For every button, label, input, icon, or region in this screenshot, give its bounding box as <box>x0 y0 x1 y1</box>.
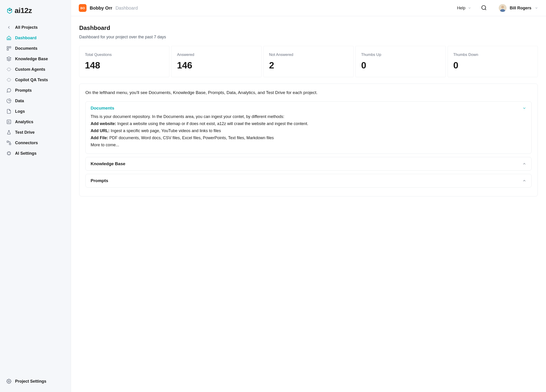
sidebar-item-label: Knowledge Base <box>15 57 48 61</box>
sidebar-item-label: Test Drive <box>15 130 35 135</box>
sidebar-item-label: Analytics <box>15 120 33 124</box>
accordion-title: Documents <box>91 106 114 111</box>
brand-name: ai12z <box>15 6 32 15</box>
page-subtitle: Dashboard for your project over the past… <box>79 35 538 39</box>
stats-row: Total Questions 148 Answered 146 Not Ans… <box>79 46 538 77</box>
user-menu[interactable]: Bill Rogers <box>499 4 538 12</box>
chevron-down-icon <box>468 6 471 10</box>
user-name: Bill Rogers <box>510 6 531 11</box>
sidebar-item-label: Dashboard <box>15 36 37 40</box>
chevron-down-icon <box>535 6 538 10</box>
stat-not-answered: Not Answered 2 <box>263 46 354 77</box>
sidebar-item-connectors[interactable]: Connectors <box>0 138 71 148</box>
svg-point-25 <box>501 6 504 8</box>
stat-label: Answered <box>177 52 256 57</box>
sidebar: ai12z All Projects Dashboard Documents <box>0 0 71 392</box>
accordion-knowledge-base: Knowledge Base <box>85 157 532 171</box>
chat-icon <box>6 88 11 93</box>
search-icon <box>481 5 487 11</box>
chevron-up-icon <box>522 162 526 166</box>
stat-thumbs-down: Thumbs Down 0 <box>448 46 538 77</box>
gear-icon <box>6 379 11 384</box>
sidebar-item-dashboard[interactable]: Dashboard <box>0 33 71 43</box>
main: BO Bobby Orr Dashboard Help Bill Rog <box>71 0 546 392</box>
stat-label: Thumbs Down <box>453 52 532 57</box>
project-name[interactable]: Bobby Orr <box>90 6 112 11</box>
sidebar-item-test-drive[interactable]: Test Drive <box>0 127 71 138</box>
stat-label: Total Questions <box>85 52 164 57</box>
flask-icon <box>6 130 11 135</box>
connectors-icon <box>6 140 11 145</box>
project-badge[interactable]: BO <box>79 4 86 12</box>
svg-point-21 <box>8 381 10 382</box>
svg-rect-9 <box>9 143 11 145</box>
sidebar-item-analytics[interactable]: Analytics <box>0 117 71 127</box>
accordion-prompts: Prompts <box>85 174 532 187</box>
stat-value: 0 <box>453 60 532 71</box>
accordion-title: Prompts <box>91 178 108 183</box>
documents-add-website: Add website: Ingest a website using the … <box>91 121 526 127</box>
sidebar-item-custom-agents[interactable]: Custom Agents <box>0 64 71 75</box>
sidebar-item-knowledge-base[interactable]: Knowledge Base <box>0 54 71 64</box>
sidebar-back-all-projects[interactable]: All Projects <box>0 22 71 33</box>
svg-rect-2 <box>7 49 8 50</box>
accordion-title: Knowledge Base <box>91 161 125 166</box>
search-button[interactable] <box>481 5 487 11</box>
chevron-down-icon <box>522 106 526 110</box>
documents-add-url: Add URL: Ingest a specific web page, You… <box>91 128 526 134</box>
sidebar-item-label: Custom Agents <box>15 67 45 72</box>
help-dropdown[interactable]: Help <box>457 6 471 11</box>
sidebar-item-ai-settings[interactable]: AI Settings <box>0 148 71 159</box>
accordion-header-documents[interactable]: Documents <box>86 102 531 113</box>
stat-label: Not Answered <box>269 52 348 57</box>
documents-add-file: Add File: PDF documents, Word docs, CSV … <box>91 135 526 141</box>
topbar: BO Bobby Orr Dashboard Help Bill Rog <box>71 0 546 16</box>
avatar <box>499 4 507 12</box>
sidebar-back-label: All Projects <box>15 25 38 30</box>
content: Dashboard Dashboard for your project ove… <box>71 16 546 205</box>
svg-rect-12 <box>8 152 10 155</box>
svg-point-22 <box>482 6 486 9</box>
home-icon <box>6 35 11 40</box>
sidebar-item-label: Documents <box>15 46 37 51</box>
chevron-up-icon <box>522 179 526 183</box>
sidebar-item-logs[interactable]: Logs <box>0 106 71 117</box>
stat-total-questions: Total Questions 148 <box>79 46 169 77</box>
sparkles-icon <box>6 77 11 82</box>
info-intro: On the lefthand menu, you'll see Documen… <box>85 89 532 96</box>
brand-logo[interactable]: ai12z <box>0 6 71 21</box>
documents-desc: This is your document repository. In the… <box>91 113 526 120</box>
logo-mark-icon <box>6 7 13 14</box>
sidebar-item-label: AI Settings <box>15 151 37 156</box>
stat-value: 146 <box>177 60 256 71</box>
documents-more: More to come... <box>91 142 526 148</box>
sidebar-footer-label: Project Settings <box>15 379 46 384</box>
sidebar-item-label: Prompts <box>15 88 32 93</box>
file-icon <box>6 109 11 114</box>
stat-thumbs-up: Thumbs Up 0 <box>355 46 446 77</box>
sidebar-item-documents[interactable]: Documents <box>0 43 71 54</box>
sidebar-item-data[interactable]: Data <box>0 96 71 106</box>
sidebar-item-label: Connectors <box>15 141 38 145</box>
chevron-left-icon <box>6 25 11 30</box>
sidebar-item-copilot-qa-tests[interactable]: Copilot QA Tests <box>0 75 71 85</box>
sidebar-item-prompts[interactable]: Prompts <box>0 85 71 96</box>
chip-icon <box>6 151 11 156</box>
stat-label: Thumbs Up <box>361 52 440 57</box>
analytics-icon <box>6 119 11 124</box>
pie-chart-icon <box>6 98 11 103</box>
svg-rect-1 <box>9 46 11 48</box>
svg-rect-0 <box>7 46 8 48</box>
sidebar-item-label: Logs <box>15 109 25 114</box>
documents-icon <box>6 46 11 51</box>
sidebar-project-settings[interactable]: Project Settings <box>0 376 71 386</box>
stat-answered: Answered 146 <box>171 46 261 77</box>
stat-value: 148 <box>85 60 164 71</box>
layers-icon <box>6 56 11 61</box>
accordion-documents: Documents This is your document reposito… <box>85 101 532 154</box>
accordion-header-knowledge-base[interactable]: Knowledge Base <box>86 157 531 170</box>
accordion-header-prompts[interactable]: Prompts <box>86 174 531 187</box>
project-initials: BO <box>80 6 85 10</box>
sidebar-item-label: Data <box>15 99 24 103</box>
stat-value: 2 <box>269 60 348 71</box>
